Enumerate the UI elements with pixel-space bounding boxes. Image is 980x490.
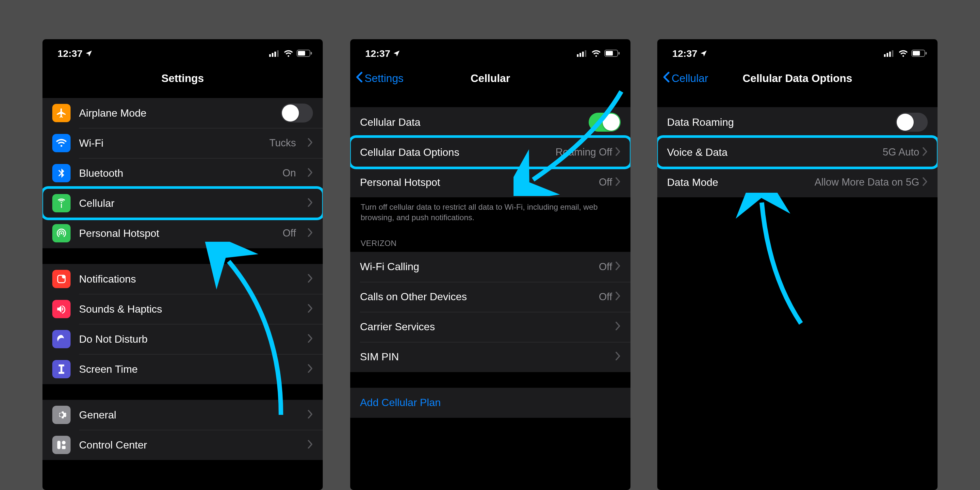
chevron-right-icon: [308, 197, 313, 209]
svg-rect-6: [311, 52, 312, 54]
chevron-right-icon: [616, 177, 620, 188]
row-value: Off: [599, 261, 612, 273]
wifi-icon: [52, 134, 70, 152]
list-item[interactable]: Personal HotspotOff: [350, 167, 630, 197]
cellular-data-options-screen: 12:37 Cellular Cellular Data Options Dat…: [657, 39, 937, 490]
location-icon: [700, 48, 707, 59]
list-item[interactable]: Wi-FiTucks: [43, 128, 323, 158]
svg-rect-12: [577, 54, 579, 57]
list-item[interactable]: Personal HotspotOff: [43, 218, 323, 248]
wifi-status-icon: [283, 48, 293, 59]
chevron-right-icon: [308, 167, 313, 179]
list-item[interactable]: Wi-Fi CallingOff: [350, 252, 630, 282]
nav-bar: Settings: [43, 65, 323, 91]
signal-icon: [577, 48, 588, 59]
list-item[interactable]: Carrier Services: [350, 312, 630, 342]
cellular-screen: 12:37 Settings Cellular Cellular DataCel…: [350, 39, 630, 490]
status-bar: 12:37: [350, 39, 630, 65]
list-item[interactable]: Voice & Data5G Auto: [657, 137, 937, 167]
arrow-annotation: [726, 193, 811, 330]
svg-rect-14: [582, 52, 584, 57]
row-value: Tucks: [269, 137, 296, 149]
row-label: Bluetooth: [79, 167, 274, 179]
list-item[interactable]: Data Roaming: [657, 107, 937, 137]
row-label: Carrier Services: [360, 321, 616, 333]
nav-bar: Cellular Cellular Data Options: [657, 65, 937, 91]
chevron-left-icon: [662, 72, 670, 85]
row-value: 5G Auto: [883, 146, 919, 158]
svg-rect-15: [585, 50, 586, 57]
chevron-right-icon: [616, 291, 620, 303]
row-label: SIM PIN: [360, 351, 616, 363]
connectivity-section: Airplane ModeWi-FiTucksBluetoothOnCellul…: [43, 98, 323, 248]
row-label: Personal Hotspot: [360, 177, 599, 188]
chevron-right-icon: [308, 303, 313, 315]
row-label: Personal Hotspot: [79, 228, 274, 239]
toggle-switch[interactable]: [896, 113, 928, 132]
list-item[interactable]: Control Center: [43, 430, 323, 460]
back-button[interactable]: Settings: [355, 72, 403, 85]
list-item[interactable]: Cellular Data OptionsRoaming Off: [350, 137, 630, 167]
list-item[interactable]: General: [43, 400, 323, 430]
svg-rect-18: [618, 52, 620, 54]
list-item[interactable]: Notifications: [43, 264, 323, 294]
carrier-section: VERIZON Wi-Fi CallingOffCalls on Other D…: [350, 239, 630, 372]
control-center-icon: [52, 436, 70, 454]
wifi-status-icon: [898, 48, 908, 59]
list-item[interactable]: Sounds & Haptics: [43, 294, 323, 324]
airplane-icon: [52, 104, 70, 122]
list-item[interactable]: Data ModeAllow More Data on 5G: [657, 167, 937, 197]
chevron-right-icon: [308, 273, 313, 285]
list-item[interactable]: Calls on Other DevicesOff: [350, 282, 630, 312]
list-item[interactable]: Screen Time: [43, 354, 323, 384]
add-cellular-plan-link[interactable]: Add Cellular Plan: [350, 388, 630, 418]
section-header: VERIZON: [350, 239, 630, 252]
sounds-icon: [52, 300, 70, 318]
row-label: Screen Time: [79, 363, 299, 375]
link-label: Add Cellular Plan: [360, 396, 441, 409]
location-icon: [85, 48, 92, 59]
back-button[interactable]: Cellular: [662, 72, 708, 85]
svg-rect-24: [913, 51, 920, 56]
battery-icon: [912, 48, 927, 59]
toggle-switch[interactable]: [281, 103, 313, 123]
svg-rect-3: [277, 50, 278, 57]
status-time: 12:37: [365, 48, 390, 59]
bluetooth-icon: [52, 164, 70, 182]
nav-bar: Settings Cellular: [350, 65, 630, 91]
list-item[interactable]: SIM PIN: [350, 342, 630, 372]
svg-rect-21: [889, 52, 891, 57]
toggle-switch[interactable]: [589, 113, 620, 132]
list-item[interactable]: Cellular: [43, 188, 323, 218]
row-label: Cellular: [79, 197, 299, 209]
battery-icon: [297, 48, 312, 59]
chevron-right-icon: [616, 146, 620, 158]
chevron-right-icon: [308, 439, 313, 451]
cellular-icon: [52, 194, 70, 212]
chevron-right-icon: [308, 228, 313, 239]
row-label: Voice & Data: [667, 146, 883, 158]
row-label: General: [79, 409, 299, 421]
list-item[interactable]: Do Not Disturb: [43, 324, 323, 354]
row-label: Calls on Other Devices: [360, 291, 599, 303]
row-label: Sounds & Haptics: [79, 303, 299, 315]
general-section: GeneralControl Center: [43, 400, 323, 460]
cellular-data-section: Cellular DataCellular Data OptionsRoamin…: [350, 107, 630, 197]
chevron-right-icon: [616, 321, 620, 333]
gear-icon: [52, 406, 70, 424]
add-plan-section: Add Cellular Plan: [350, 388, 630, 418]
row-label: Notifications: [79, 273, 299, 285]
back-label: Settings: [364, 72, 403, 84]
row-value: Allow More Data on 5G: [815, 177, 919, 188]
status-bar: 12:37: [43, 39, 323, 65]
row-label: Cellular Data Options: [360, 146, 556, 158]
row-label: Wi-Fi Calling: [360, 261, 599, 273]
list-item[interactable]: BluetoothOn: [43, 158, 323, 188]
page-title: Cellular: [470, 72, 510, 84]
list-item[interactable]: Cellular Data: [350, 107, 630, 137]
svg-rect-17: [606, 51, 613, 56]
row-label: Control Center: [79, 439, 299, 451]
list-item[interactable]: Airplane Mode: [43, 98, 323, 128]
svg-rect-9: [57, 441, 60, 449]
svg-rect-2: [274, 52, 276, 57]
